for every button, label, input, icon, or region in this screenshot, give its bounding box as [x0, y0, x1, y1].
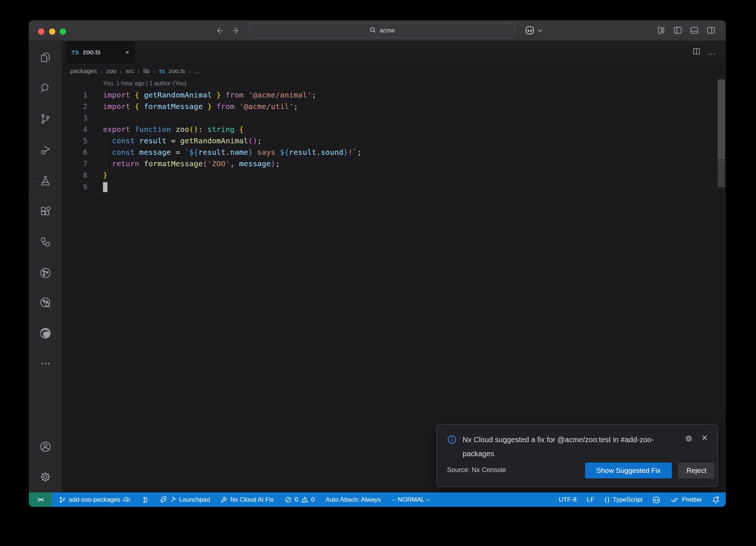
chevron-right-icon: ›	[189, 68, 191, 75]
code-line[interactable]: 5 const result = getRandomAnimal();	[29, 135, 715, 147]
notification-close-icon[interactable]: ✕	[701, 434, 708, 442]
search-value: acme	[379, 27, 395, 34]
customize-layout-icon[interactable]	[656, 25, 666, 35]
breadcrumb-item[interactable]: src	[126, 68, 134, 75]
rocket-icon	[159, 496, 167, 504]
status-language[interactable]: {} TypeScript	[605, 496, 643, 504]
code-line[interactable]: 9	[29, 181, 715, 193]
show-suggested-fix-button[interactable]: Show Suggested Fix	[585, 463, 672, 478]
typescript-file-icon: TS	[72, 49, 79, 55]
edge-browser-icon[interactable]	[29, 322, 62, 344]
status-branch[interactable]: add-zoo-packages	[59, 496, 131, 504]
chevron-down-icon	[537, 28, 543, 34]
code-editor[interactable]: 1import { getRandomAnimal } from '@acme/…	[29, 89, 715, 193]
notification-source: Source: Nx Console	[447, 466, 506, 474]
title-bar: acme	[29, 20, 726, 41]
line-number: 6	[29, 147, 87, 158]
double-check-icon	[670, 495, 679, 504]
close-window-button[interactable]	[38, 28, 44, 35]
chevron-right-icon: ›	[138, 68, 140, 75]
reject-button[interactable]: Reject	[678, 463, 715, 478]
breadcrumb-item[interactable]: packages	[70, 68, 97, 75]
tab-zoo-ts[interactable]: TS zoo.ts ×	[66, 41, 135, 63]
notification-toast: Nx Cloud suggested a fix for @acme/zoo:t…	[436, 424, 718, 487]
split-editor-icon[interactable]	[692, 47, 701, 57]
typescript-file-icon: TS	[159, 69, 165, 74]
status-auto-attach[interactable]: Auto Attach: Always	[326, 496, 381, 504]
breadcrumb-item[interactable]: lib	[143, 68, 150, 75]
more-views-icon[interactable]	[29, 352, 62, 375]
plug-icon	[170, 496, 176, 503]
commit-graph-icon	[141, 496, 149, 504]
line-number: 2	[29, 101, 87, 112]
accounts-icon[interactable]	[29, 436, 62, 458]
chevron-right-icon: ›	[153, 68, 155, 75]
toggle-secondary-sidebar-icon[interactable]	[706, 25, 716, 35]
line-number: 4	[29, 124, 87, 135]
breadcrumb-item[interactable]: zoo	[106, 68, 116, 75]
nx-console-icon[interactable]	[29, 231, 62, 253]
toggle-panel-icon[interactable]	[690, 25, 699, 35]
cloud-upload-icon	[123, 496, 131, 504]
zoom-window-button[interactable]	[60, 28, 66, 35]
command-center-search[interactable]: acme	[249, 23, 515, 38]
editor-scrollbar[interactable]	[718, 79, 725, 160]
copilot-menu[interactable]	[524, 25, 543, 37]
extensions-icon[interactable]	[29, 200, 62, 222]
line-number: 9	[29, 181, 87, 193]
code-line[interactable]: 3	[29, 112, 715, 124]
minimize-window-button[interactable]	[49, 28, 55, 35]
code-line[interactable]: 4export function zoo(): string {	[29, 124, 715, 135]
code-line[interactable]: 7 return formatMessage('ZOO', message);	[29, 158, 715, 170]
status-notifications[interactable]	[712, 496, 720, 504]
forward-arrow-icon[interactable]	[231, 25, 241, 36]
wrench-icon	[220, 496, 228, 504]
explorer-icon[interactable]	[29, 46, 62, 68]
code-line[interactable]: 6 const message = `${result.name} says $…	[29, 147, 715, 158]
bell-dot-icon	[712, 496, 720, 504]
status-source-control-graph[interactable]	[141, 496, 149, 504]
status-vim-mode[interactable]: -- NORMAL --	[392, 496, 430, 504]
settings-gear-icon[interactable]	[29, 466, 62, 488]
vim-block-cursor	[103, 182, 107, 192]
notification-message: Nx Cloud suggested a fix for @acme/zoo:t…	[463, 433, 684, 461]
copilot-icon	[652, 495, 661, 504]
tab-label: zoo.ts	[83, 48, 100, 56]
line-number: 3	[29, 112, 87, 124]
status-nx-cloud-fix[interactable]: Nx Cloud AI Fix	[220, 496, 274, 504]
chevron-right-icon: ›	[120, 68, 122, 75]
tab-close-icon[interactable]: ×	[125, 49, 129, 56]
line-number: 7	[29, 158, 87, 170]
info-icon	[447, 435, 457, 446]
editor-more-actions-icon[interactable]: …	[708, 47, 716, 57]
breadcrumb: packages› zoo› src› lib› TS zoo.ts› ...	[70, 63, 200, 79]
line-number: 1	[29, 89, 87, 101]
vscode-window: acme	[29, 20, 726, 507]
line-number: 5	[29, 135, 87, 147]
editor-scrollbar-extension[interactable]	[718, 160, 725, 187]
toggle-primary-sidebar-icon[interactable]	[673, 25, 683, 35]
status-copilot[interactable]	[652, 495, 661, 504]
breadcrumb-file[interactable]: zoo.ts	[169, 68, 185, 75]
status-formatter[interactable]: Prettier	[670, 495, 702, 504]
status-bar: >< add-zoo-packages	[29, 492, 726, 507]
code-line[interactable]: 1import { getRandomAnimal } from '@acme/…	[29, 89, 715, 101]
nx-graph-icon[interactable]	[29, 262, 62, 284]
code-line[interactable]: 8}	[29, 170, 715, 181]
breadcrumb-more[interactable]: ...	[195, 68, 200, 75]
status-problems[interactable]: 0 0	[285, 496, 315, 504]
status-launchpad[interactable]: Launchpad	[159, 496, 210, 504]
remote-indicator[interactable]: ><	[29, 492, 52, 507]
braces-icon: {}	[605, 496, 610, 504]
back-arrow-icon[interactable]	[214, 25, 224, 36]
copilot-icon	[524, 25, 535, 37]
status-eol[interactable]: LF	[587, 496, 594, 504]
git-blame-annotation: You, 1 hour ago | 1 author (You)	[103, 80, 186, 87]
status-encoding[interactable]: UTF-8	[559, 496, 577, 504]
search-icon	[370, 27, 376, 35]
notification-settings-gear-icon[interactable]	[684, 434, 693, 444]
code-line[interactable]: 2import { formatMessage } from '@acme/ut…	[29, 101, 715, 112]
code-lines: 1import { getRandomAnimal } from '@acme/…	[29, 89, 715, 193]
error-circle-icon	[285, 496, 292, 504]
nx-project-details-icon[interactable]	[29, 291, 62, 314]
